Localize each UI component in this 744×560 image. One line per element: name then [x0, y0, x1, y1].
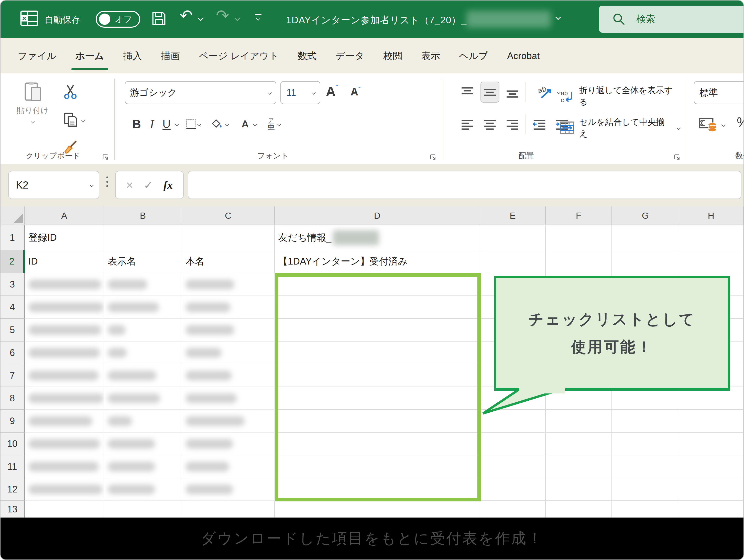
cell-A7[interactable]	[25, 364, 104, 387]
cut-button[interactable]	[62, 84, 79, 100]
tab-校閲[interactable]: 校閲	[374, 38, 412, 73]
cell-E10[interactable]	[480, 433, 546, 455]
redo-button[interactable]: ↷	[216, 8, 229, 24]
cell-B9[interactable]	[104, 410, 182, 433]
phonetic-dropdown-icon[interactable]	[277, 122, 282, 126]
cell-C4[interactable]	[182, 296, 275, 319]
cell-C5[interactable]	[182, 319, 275, 341]
cell-B3[interactable]	[104, 273, 182, 296]
tab-表示[interactable]: 表示	[412, 38, 449, 73]
cell-F11[interactable]	[546, 455, 612, 478]
align-center-button[interactable]	[481, 114, 499, 135]
cell-F10[interactable]	[546, 433, 612, 455]
tab-数式[interactable]: 数式	[288, 38, 326, 73]
column-header-A[interactable]: A	[25, 207, 104, 225]
cell-A11[interactable]	[25, 455, 104, 478]
align-left-button[interactable]	[458, 114, 477, 135]
row-header-4[interactable]: 4	[1, 296, 25, 319]
row-header-8[interactable]: 8	[1, 387, 25, 410]
cell-A6[interactable]	[25, 341, 104, 364]
cell-B12[interactable]	[104, 478, 182, 501]
accounting-format-button[interactable]	[699, 116, 725, 133]
select-all-corner[interactable]	[1, 207, 25, 225]
cell-A12[interactable]	[25, 478, 104, 501]
cancel-button[interactable]: ×	[126, 178, 133, 192]
row-header-7[interactable]: 7	[1, 364, 25, 387]
font-size-select[interactable]: 11	[281, 81, 320, 104]
cell-F2[interactable]	[546, 250, 612, 273]
cell-C10[interactable]	[182, 433, 275, 455]
tab-ページ レイアウト[interactable]: ページ レイアウト	[189, 38, 288, 73]
font-dialog-launcher-icon[interactable]	[429, 153, 437, 161]
column-header-D[interactable]: D	[275, 207, 480, 225]
cell-B13[interactable]	[104, 501, 182, 518]
undo-dropdown-icon[interactable]	[198, 15, 203, 21]
borders-button[interactable]	[186, 119, 196, 129]
row-header-13[interactable]: 13	[1, 501, 25, 518]
cell-G13[interactable]	[612, 501, 679, 518]
cell-G12[interactable]	[612, 478, 679, 501]
cell-E1[interactable]	[480, 225, 546, 250]
merge-center-button[interactable]: セルを結合して中央揃え	[560, 116, 680, 140]
cell-E13[interactable]	[480, 501, 546, 518]
cell-C8[interactable]	[182, 387, 275, 410]
font-color-button[interactable]: A	[238, 119, 252, 129]
cell-C11[interactable]	[182, 455, 275, 478]
cell-D13[interactable]	[275, 501, 480, 518]
cell-E11[interactable]	[480, 455, 546, 478]
cell-F12[interactable]	[546, 478, 612, 501]
column-header-B[interactable]: B	[104, 207, 182, 225]
column-header-G[interactable]: G	[612, 207, 679, 225]
cell-A8[interactable]	[25, 387, 104, 410]
copy-dropdown-icon[interactable]	[81, 118, 85, 122]
cell-G1[interactable]	[612, 225, 679, 250]
cell-B10[interactable]	[104, 433, 182, 455]
cell-G9[interactable]	[612, 410, 679, 433]
tab-ホーム[interactable]: ホーム	[66, 38, 114, 73]
tab-描画[interactable]: 描画	[151, 38, 189, 73]
copy-button[interactable]	[62, 112, 79, 128]
tab-挿入[interactable]: 挿入	[114, 38, 151, 73]
font-name-select[interactable]: 游ゴシック	[125, 81, 276, 104]
row-header-11[interactable]: 11	[1, 455, 25, 478]
cell-C7[interactable]	[182, 364, 275, 387]
cell-D2[interactable]: 【1DAYインターン】受付済み	[275, 250, 480, 273]
cell-H1[interactable]	[679, 225, 743, 250]
redo-dropdown-icon[interactable]	[235, 15, 240, 21]
column-header-C[interactable]: C	[182, 207, 275, 225]
row-header-3[interactable]: 3	[1, 273, 25, 296]
cell-C2[interactable]: 本名	[182, 250, 275, 273]
row-header-6[interactable]: 6	[1, 341, 25, 364]
column-header-H[interactable]: H	[679, 207, 743, 225]
autosave-toggle[interactable]: オフ	[96, 11, 140, 28]
cell-B4[interactable]	[104, 296, 182, 319]
cell-C6[interactable]	[182, 341, 275, 364]
cell-B5[interactable]	[104, 319, 182, 341]
document-title[interactable]: 1DAYインターン参加者リスト（7_20）_	[286, 14, 467, 27]
align-top-button[interactable]	[458, 82, 477, 103]
underline-dropdown-icon[interactable]	[175, 122, 179, 126]
cell-C1[interactable]	[182, 225, 275, 250]
cell-F1[interactable]	[546, 225, 612, 250]
cell-B11[interactable]	[104, 455, 182, 478]
fill-color-button[interactable]	[210, 119, 224, 129]
cell-H12[interactable]	[679, 478, 743, 501]
tab-ヘルプ[interactable]: ヘルプ	[449, 38, 497, 73]
cell-D1[interactable]: 友だち情報_	[275, 225, 480, 250]
cell-A13[interactable]	[25, 501, 104, 518]
cell-H11[interactable]	[679, 455, 743, 478]
cell-A4[interactable]	[25, 296, 104, 319]
orientation-button[interactable]: ab	[537, 84, 560, 100]
underline-button[interactable]: U	[159, 118, 174, 130]
cell-E12[interactable]	[480, 478, 546, 501]
cell-A10[interactable]	[25, 433, 104, 455]
row-header-10[interactable]: 10	[1, 433, 25, 455]
number-format-select[interactable]: 標準	[694, 81, 744, 104]
cell-F13[interactable]	[546, 501, 612, 518]
cell-A2[interactable]: ID	[25, 250, 104, 273]
decrease-indent-button[interactable]	[530, 114, 549, 135]
row-header-1[interactable]: 1	[1, 225, 25, 250]
cell-B6[interactable]	[104, 341, 182, 364]
row-header-5[interactable]: 5	[1, 319, 25, 341]
align-right-button[interactable]	[503, 114, 522, 135]
